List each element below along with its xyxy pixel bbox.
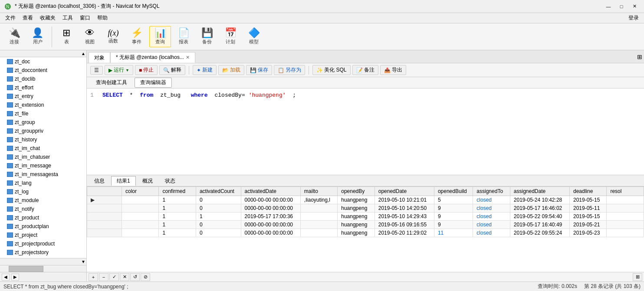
panel-icon[interactable]: ⊞ — [637, 53, 642, 60]
event-icon: ⚡ — [131, 28, 143, 38]
table-row[interactable]: 100000-00-00 00:00:00huangpeng2019-05-20… — [87, 229, 644, 237]
explain-button[interactable]: 🔍 解释 — [159, 65, 185, 75]
toolbar-backup[interactable]: 💾 备份 — [196, 26, 218, 47]
toolbar-schedule[interactable]: 📅 计划 — [220, 26, 241, 47]
grid-delete-btn[interactable]: − — [99, 273, 108, 281]
result-tab-info[interactable]: 信息 — [89, 176, 110, 186]
sidebar-item-zt_im_chatuser[interactable]: zt_im_chatuser — [0, 153, 86, 161]
sub-tab-editor[interactable]: 查询编辑器 — [135, 78, 172, 88]
menu-icon-btn[interactable]: ☰ — [90, 66, 103, 75]
run-button[interactable]: ▶ 运行 ▼ — [105, 65, 133, 75]
toolbar-function[interactable]: f(x) 函数 — [102, 27, 124, 46]
tab-close-icon[interactable]: ✕ — [186, 55, 190, 60]
toolbar-report[interactable]: 📄 报表 — [173, 26, 194, 47]
col-assigneddate[interactable]: assignedDate — [510, 187, 569, 196]
grid-add-btn[interactable]: + — [89, 273, 98, 281]
grid-filter-btn[interactable]: ⊘ — [141, 273, 150, 281]
col-assignedto[interactable]: assignedTo — [473, 187, 510, 196]
close-button[interactable]: ✕ — [628, 2, 641, 11]
sidebar-item-zt_projectstory[interactable]: zt_projectstory — [0, 248, 86, 257]
grid-cancel-btn[interactable]: ✕ — [120, 273, 129, 281]
saveas-button[interactable]: 📋 另存为 — [274, 65, 305, 75]
sidebar-item-zt_notify[interactable]: zt_notify — [0, 205, 86, 213]
tab-objects[interactable]: 对象 — [89, 52, 110, 63]
menu-file[interactable]: 文件 — [2, 13, 19, 23]
sidebar-item-zt_log[interactable]: zt_log — [0, 187, 86, 196]
grid-table-icon[interactable]: ⊞ — [633, 273, 642, 281]
sidebar-item-zt_history[interactable]: zt_history — [0, 135, 86, 144]
result-tab-status[interactable]: 状态 — [159, 176, 181, 186]
load-button[interactable]: 📂 加载 — [218, 65, 244, 75]
sidebar-item-zt_file[interactable]: zt_file — [0, 109, 86, 118]
toolbar-table[interactable]: ⊞ 表 — [56, 26, 77, 47]
nav-next[interactable]: ▶ — [11, 274, 19, 281]
toolbar-query[interactable]: 📊 查询 — [149, 26, 171, 47]
sidebar-item-zt_doc[interactable]: zt_doc — [0, 57, 86, 66]
menu-help[interactable]: 帮助 — [94, 13, 111, 23]
table-row[interactable]: 100000-00-00 00:00:00huangpeng2019-05-10… — [87, 204, 644, 213]
data-grid[interactable]: color confirmed activatedCount activated… — [87, 186, 644, 272]
col-activatedcount[interactable]: activatedCount — [196, 187, 241, 196]
sidebar-item-zt_module[interactable]: zt_module — [0, 196, 86, 205]
col-openedbuild[interactable]: openedBuild — [434, 187, 473, 196]
sidebar-item-zt_entry[interactable]: zt_entry — [0, 92, 86, 101]
menu-favorites[interactable]: 收藏夹 — [36, 13, 59, 23]
sidebar-item-zt_doclib[interactable]: zt_doclib — [0, 75, 86, 83]
sidebar-item-zt_grouppriv[interactable]: zt_grouppriv — [0, 127, 86, 135]
table-row[interactable]: ▶100000-00-00 00:00:00,liaoyuting,lhuang… — [87, 196, 644, 204]
sidebar-item-zt_product[interactable]: zt_product — [0, 213, 86, 222]
sidebar-scroll-down[interactable]: ▼ — [81, 259, 85, 264]
col-openeddate[interactable]: openedDate — [375, 187, 434, 196]
table-row[interactable]: 112019-05-17 17:00:36huangpeng2019-05-10… — [87, 213, 644, 221]
export-button[interactable]: 📤 导出 — [380, 65, 406, 75]
nav-prev[interactable]: ◀ — [2, 274, 10, 281]
sub-tab-builder[interactable]: 查询创建工具 — [90, 78, 133, 88]
sidebar-item-zt_projectproduct[interactable]: zt_projectproduct — [0, 239, 86, 248]
sidebar-item-zt_im_message[interactable]: zt_im_message — [0, 161, 86, 170]
run-dropdown[interactable]: ▼ — [125, 68, 129, 72]
col-mailto[interactable]: mailto — [300, 187, 337, 196]
sidebar-item-zt_project[interactable]: zt_project — [0, 231, 86, 239]
menu-tools[interactable]: 工具 — [59, 13, 76, 23]
note-button[interactable]: 📝 备注 — [352, 65, 378, 75]
beautify-button[interactable]: ✨ 美化 SQL — [312, 65, 350, 75]
result-tab-overview[interactable]: 概况 — [137, 176, 158, 186]
toolbar-connect[interactable]: 🔌 连接 — [3, 26, 25, 47]
minimize-button[interactable]: — — [602, 2, 614, 11]
sidebar-item-zt_group[interactable]: zt_group — [0, 118, 86, 127]
col-confirmed[interactable]: confirmed — [159, 187, 196, 196]
menu-window[interactable]: 窗口 — [76, 13, 94, 23]
new-label: 新建 — [202, 66, 213, 74]
menu-view[interactable]: 查看 — [19, 13, 36, 23]
maximize-button[interactable]: □ — [615, 2, 628, 11]
col-resol[interactable]: resol — [607, 187, 644, 196]
table-icon — [7, 232, 13, 238]
sidebar-item-zt_doccontent[interactable]: zt_doccontent — [0, 66, 86, 75]
sql-editor[interactable]: 1 SELECT * from zt_bug where closedBy= '… — [87, 88, 644, 175]
col-color[interactable]: color — [122, 187, 159, 196]
col-deadline[interactable]: deadline — [570, 187, 607, 196]
grid-check-btn[interactable]: ✓ — [109, 273, 119, 281]
sidebar-item-zt_im_chat[interactable]: zt_im_chat — [0, 144, 86, 153]
toolbar-event[interactable]: ⚡ 事件 — [126, 26, 148, 47]
toolbar-view[interactable]: 👁 视图 — [79, 26, 101, 47]
new-button[interactable]: ✦ 新建 — [193, 65, 217, 75]
login-button[interactable]: 登录 — [625, 13, 642, 23]
sidebar-scroll-up[interactable]: ▲ — [81, 51, 85, 56]
grid-refresh-btn[interactable]: ↺ — [130, 273, 140, 281]
sidebar-item-zt_productplan[interactable]: zt_productplan — [0, 222, 86, 231]
save-button[interactable]: 💾 保存 — [246, 65, 272, 75]
col-activateddate[interactable]: activatedDate — [241, 187, 300, 196]
cell-deadline: 2019-05-23 — [570, 229, 607, 237]
table-row[interactable]: 100000-00-00 00:00:00huangpeng2019-05-16… — [87, 221, 644, 229]
sidebar-item-zt_extension[interactable]: zt_extension — [0, 101, 86, 109]
result-tab-result1[interactable]: 结果1 — [111, 176, 136, 186]
stop-button[interactable]: ■ 停止 — [135, 65, 158, 75]
sidebar-item-zt_effort[interactable]: zt_effort — [0, 83, 86, 92]
col-openedby[interactable]: openedBy — [338, 187, 375, 196]
sidebar-item-zt_im_messagesta[interactable]: zt_im_messagesta — [0, 170, 86, 179]
toolbar-model[interactable]: 🔷 模型 — [243, 26, 265, 47]
sidebar-item-zt_lang[interactable]: zt_lang — [0, 179, 86, 187]
toolbar-user[interactable]: 👤 用户 — [28, 26, 47, 47]
tab-query[interactable]: * 无标题 @zentao (localhos... ✕ — [110, 52, 195, 63]
